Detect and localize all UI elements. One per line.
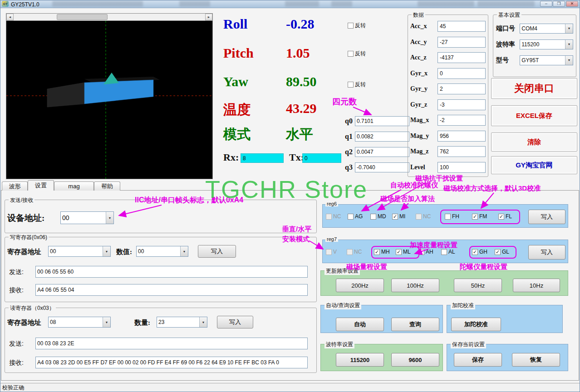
gyr-x-field[interactable]: 0: [437, 68, 486, 79]
freq-200hz-button[interactable]: 200Hz: [336, 279, 384, 292]
tx-count-field: 0: [302, 153, 341, 163]
acc-z-field[interactable]: -4137: [437, 52, 486, 63]
yaw-value: 89.50: [286, 74, 317, 89]
acc-x-label: Acc_x: [410, 23, 436, 30]
reverse-pitch-checkbox[interactable]: 反转: [348, 50, 366, 58]
tab-settings[interactable]: 设置: [28, 180, 54, 191]
model-select[interactable]: GY95T ▼: [520, 55, 573, 65]
tab-help[interactable]: 帮助: [94, 181, 120, 191]
reg6-md-checkbox[interactable]: MD: [370, 213, 386, 220]
device-address-select[interactable]: 00 ▼: [60, 211, 114, 224]
baud-rate-title: 波特率设置: [324, 341, 354, 348]
q3-field[interactable]: -0.7040: [355, 162, 409, 172]
reg7-al-checkbox[interactable]: AL: [441, 249, 455, 255]
write-reg-addr-select[interactable]: 00 ▼: [48, 246, 111, 257]
reg6-nc2-checkbox[interactable]: NC: [416, 213, 431, 220]
acc-x-field[interactable]: 45: [437, 21, 486, 32]
reg7-write-button[interactable]: 写入: [528, 245, 565, 260]
mag-x-field[interactable]: -2: [437, 115, 486, 126]
close-serial-button[interactable]: 关闭串口: [491, 78, 577, 99]
read-recv-field[interactable]: A4 03 08 23 2D 00 E5 FF D7 EF 00 00 02 0…: [35, 357, 308, 368]
write-reg-write-button[interactable]: 写入: [198, 245, 236, 258]
baud-row: 波特率 115200 ▼: [493, 36, 576, 52]
data-row: Acc_x45: [408, 19, 488, 34]
query-button[interactable]: 查询: [391, 318, 439, 331]
reverse-yaw-checkbox[interactable]: 反转: [348, 81, 366, 88]
annotation-install-mode-2: 安装模式: [282, 235, 310, 244]
save-button[interactable]: 保存: [454, 353, 502, 367]
tab-waveform[interactable]: 波形: [2, 181, 28, 191]
chevron-down-icon[interactable]: ▼: [180, 246, 188, 256]
chevron-down-icon[interactable]: ▼: [103, 317, 110, 327]
baud-select[interactable]: 115200 ▼: [520, 39, 573, 49]
taobao-button[interactable]: GY淘宝官网: [491, 156, 577, 174]
level-field[interactable]: 100: [437, 162, 486, 173]
scrollbar-thumb[interactable]: [57, 14, 108, 20]
baud-115200-button[interactable]: 115200: [336, 353, 384, 367]
chevron-down-icon[interactable]: ▼: [565, 24, 573, 33]
imu-3d-model: [6, 21, 212, 179]
mode-label: 模式: [223, 125, 251, 144]
status-text: 校验正确: [2, 384, 24, 392]
write-send-field[interactable]: 00 06 05 55 60: [35, 266, 308, 278]
freq-10hz-button[interactable]: 10Hz: [513, 279, 560, 292]
read-send-field[interactable]: 00 03 08 23 2E: [35, 338, 308, 349]
write-send-label: 发送:: [9, 268, 24, 276]
clear-button[interactable]: 清除: [491, 132, 577, 152]
scroll-right-icon[interactable]: ►: [205, 14, 212, 20]
chevron-down-icon[interactable]: ▼: [103, 246, 110, 256]
q1-field[interactable]: 0.0082: [355, 132, 409, 142]
read-reg-addr-select[interactable]: 08 ▼: [48, 317, 111, 328]
freq-50hz-button[interactable]: 50Hz: [454, 279, 502, 292]
chevron-down-icon[interactable]: ▼: [106, 212, 113, 224]
rx-label: Rx:: [223, 152, 239, 163]
baud-9600-button[interactable]: 9600: [391, 353, 439, 367]
port-row: 端口号 COM4 ▼: [493, 20, 576, 36]
reg7-ah-checkbox[interactable]: AH: [418, 249, 433, 255]
maximize-button[interactable]: ❐: [553, 1, 565, 7]
reverse-roll-checkbox[interactable]: 反转: [348, 22, 366, 29]
annotation-mag-in-algo: 磁场是否加入算法: [380, 195, 435, 203]
chevron-down-icon[interactable]: ▼: [565, 40, 573, 49]
excel-save-button[interactable]: EXCEL保存: [491, 105, 577, 126]
close-button[interactable]: ✕: [566, 1, 578, 7]
gyro-range-highlight-box: [469, 246, 516, 259]
reg7-nc-checkbox[interactable]: NC: [347, 249, 362, 255]
freq-100hz-button[interactable]: 100Hz: [391, 279, 439, 292]
redacted-text: [179, 1, 210, 7]
auto-button[interactable]: 自动: [336, 318, 384, 331]
redacted-text: [418, 1, 474, 7]
minimize-button[interactable]: –: [540, 1, 552, 7]
chevron-down-icon[interactable]: ▼: [565, 56, 573, 65]
mag-z-field[interactable]: 762: [437, 146, 486, 157]
viewer-scrollbar[interactable]: ◄ ►: [6, 14, 212, 21]
write-recv-label: 接收:: [9, 286, 24, 294]
store-watermark: TGCHR Store: [205, 175, 368, 203]
chevron-down-icon[interactable]: ▼: [199, 317, 207, 327]
tab-mag[interactable]: mag: [54, 181, 94, 191]
write-recv-field[interactable]: A4 06 05 55 04: [35, 284, 308, 296]
port-select[interactable]: COM4 ▼: [520, 24, 573, 34]
mag-y-field[interactable]: 956: [437, 131, 486, 142]
gyr-z-field[interactable]: -3: [437, 99, 486, 110]
reg6-write-button[interactable]: 写入: [528, 210, 565, 224]
mag-y-label: Mag_y: [410, 132, 436, 140]
reg6-nc1-checkbox[interactable]: NC: [326, 213, 341, 220]
title-bar: GY GY25TV1.0 – ❐ ✕: [0, 0, 580, 8]
gyro-cal-button[interactable]: 加陀校准: [451, 318, 501, 331]
reg7-v-checkbox[interactable]: V: [326, 249, 337, 255]
read-reg-qty-select[interactable]: 23 ▼: [157, 317, 207, 328]
reg6-ag-checkbox[interactable]: AG: [348, 213, 363, 220]
restore-button[interactable]: 恢复: [512, 353, 560, 367]
redacted-text: [52, 1, 143, 7]
reg6-mi-checkbox[interactable]: MI: [392, 213, 405, 220]
write-reg-value-select[interactable]: 00 ▼: [136, 246, 188, 257]
scroll-left-icon[interactable]: ◄: [6, 14, 14, 20]
acc-y-field[interactable]: -27: [437, 37, 486, 48]
gyro-cal-title: 加陀校准: [451, 302, 475, 309]
roll-label: Roll: [223, 16, 247, 32]
q2-field[interactable]: 0.0047: [355, 147, 409, 157]
read-reg-write-button[interactable]: 写入: [217, 316, 253, 328]
gyr-y-field[interactable]: 2: [437, 83, 486, 94]
q0-field[interactable]: 0.7101: [355, 116, 409, 126]
